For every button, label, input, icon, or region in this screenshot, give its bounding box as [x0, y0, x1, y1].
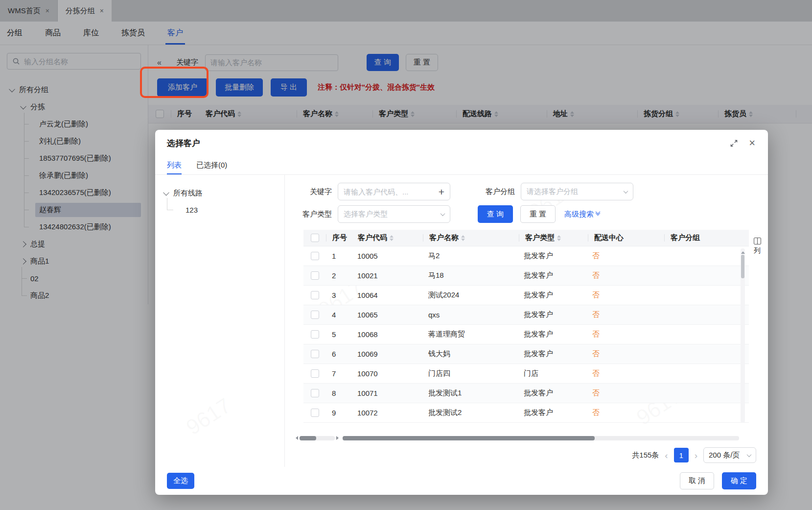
column-header-customer-type[interactable]: 客户类型 [519, 233, 588, 243]
customer-code-search-box: + [338, 183, 450, 200]
chevron-down-icon [747, 452, 752, 457]
next-page-icon[interactable]: › [695, 451, 697, 460]
table-row[interactable]: 5 10068 蒋道理商贸 批发客户 否 [303, 325, 749, 344]
table-row[interactable]: 7 10070 门店四 门店 否 [303, 364, 749, 384]
fullscreen-icon[interactable] [730, 139, 738, 147]
columns-icon [754, 238, 761, 244]
tab-list[interactable]: 列表 [167, 156, 182, 174]
search-button[interactable]: 查 询 [478, 205, 513, 223]
pagination: 共155条 ‹ 1 › 200 条/页 [632, 447, 756, 463]
double-chevron-down-icon [596, 213, 600, 216]
sort-caret-icon[interactable] [557, 235, 561, 241]
column-header-customer-name[interactable]: 客户名称 [423, 233, 519, 243]
tab-selected[interactable]: 已选择(0) [196, 156, 227, 174]
customer-group-select[interactable]: 请选择客户分组 [521, 183, 633, 200]
table-row[interactable]: 6 10069 钱大妈 批发客户 否 [303, 344, 749, 364]
table-row[interactable]: 1 10005 马2 批发客户 否 [303, 246, 749, 266]
horizontal-scrollbar[interactable] [343, 435, 739, 441]
customer-type-select[interactable]: 选择客户类型 [338, 205, 450, 223]
keyword-label: 关键字 [295, 187, 332, 196]
page-size-select[interactable]: 200 条/页 [703, 447, 756, 463]
row-checkbox[interactable] [311, 291, 319, 299]
reset-button[interactable]: 重 置 [520, 205, 556, 223]
chevron-down-icon [441, 211, 445, 216]
screen: WMS首页 × 分拣分组 × 分组 商品 库位 拣货员 客户 [0, 0, 812, 510]
prev-page-icon[interactable]: ‹ [665, 451, 668, 460]
sort-caret-icon[interactable] [390, 235, 394, 241]
customer-select-table: 序号 客户代码 客户名称 客户类型 配送中心 客户分组 1 [303, 230, 749, 423]
confirm-button[interactable]: 确 定 [722, 472, 756, 489]
row-checkbox[interactable] [311, 389, 319, 397]
table-row[interactable]: 9 10072 批发测试2 批发客户 否 [303, 403, 749, 423]
tree-node-all-routes[interactable]: 所有线路 [155, 185, 284, 201]
scrollbar-thumb[interactable] [300, 436, 316, 440]
column-header-customer-code[interactable]: 客户代码 [352, 233, 423, 243]
column-header-customer-group: 客户分组 [665, 233, 751, 243]
total-count: 共155条 [632, 451, 659, 460]
chevron-down-icon [624, 189, 628, 194]
column-header-delivery-center: 配送中心 [588, 233, 664, 243]
annotation-highlight-rect [140, 67, 209, 98]
scrollbar-thumb[interactable] [343, 436, 595, 440]
scroll-left-icon[interactable] [294, 436, 298, 440]
row-checkbox[interactable] [311, 409, 319, 417]
customer-type-label: 客户类型 [295, 210, 332, 219]
scrollbar-thumb[interactable] [741, 255, 744, 278]
row-checkbox[interactable] [311, 350, 319, 358]
scroll-up-icon[interactable] [741, 249, 745, 254]
select-all-button[interactable]: 全选 [167, 473, 194, 489]
select-customer-dialog: 9617 9617 9617 9617 选择客户 × 列表 已选择(0) 所有线… [155, 130, 768, 495]
cancel-button[interactable]: 取 消 [680, 472, 714, 489]
add-keyword-icon[interactable]: + [439, 187, 444, 197]
route-tree-panel: 所有线路 123 [155, 175, 285, 467]
row-checkbox[interactable] [311, 311, 319, 319]
current-page-button[interactable]: 1 [674, 448, 689, 462]
table-header: 序号 客户代码 客户名称 客户类型 配送中心 客户分组 [303, 230, 749, 246]
fixed-columns-scrollbar[interactable] [294, 435, 341, 441]
vertical-scrollbar[interactable] [741, 248, 745, 423]
advanced-search-link[interactable]: 高级搜索 [564, 210, 600, 219]
sort-caret-icon[interactable] [461, 235, 465, 241]
column-header-seq: 序号 [326, 233, 352, 243]
table-row[interactable]: 8 10071 批发测试1 批发客户 否 [303, 384, 749, 403]
row-checkbox[interactable] [311, 271, 319, 280]
table-row[interactable]: 3 10064 测试2024 批发客户 否 [303, 286, 749, 305]
scroll-right-icon[interactable] [336, 436, 341, 440]
dialog-tabs: 列表 已选择(0) [155, 156, 768, 175]
customer-group-label: 客户分组 [478, 187, 515, 196]
row-checkbox[interactable] [311, 369, 319, 378]
column-settings-widget[interactable]: 列 [750, 238, 765, 255]
customer-code-input[interactable] [344, 188, 417, 196]
dialog-footer: 全选 取 消 确 定 [155, 467, 768, 495]
close-icon[interactable]: × [749, 138, 755, 148]
select-all-checkbox[interactable] [311, 234, 319, 242]
row-checkbox[interactable] [311, 330, 319, 339]
tree-node-route-123[interactable]: 123 [155, 201, 284, 218]
dialog-title: 选择客户 [167, 138, 200, 149]
chevron-down-icon[interactable] [163, 189, 169, 195]
row-checkbox[interactable] [311, 252, 319, 260]
table-row[interactable]: 2 10021 马18 批发客户 否 [303, 266, 749, 286]
table-row[interactable]: 4 10065 qxs 批发客户 否 [303, 305, 749, 325]
